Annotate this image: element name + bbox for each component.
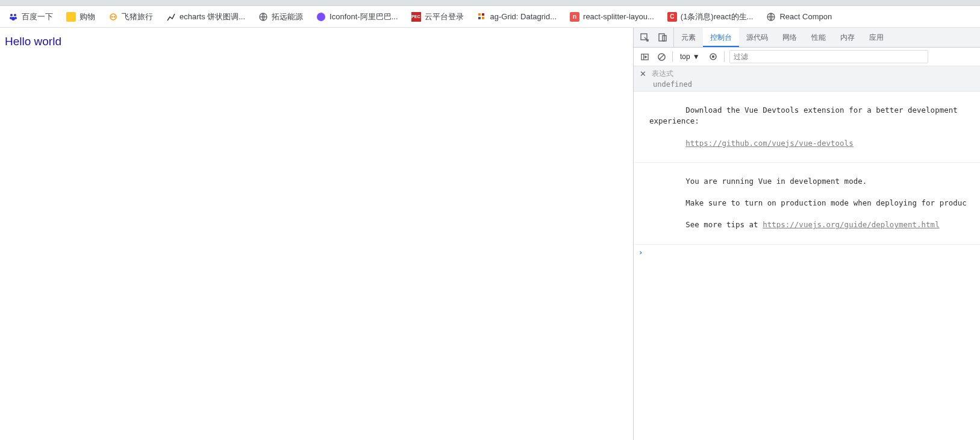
browser-chrome-top: [0, 0, 980, 6]
message-text: Download the Vue Devtools extension for …: [649, 105, 962, 125]
bookmark-aggrid[interactable]: ag-Grid: Datagrid...: [475, 10, 560, 24]
separator: [724, 51, 725, 62]
console-prompt[interactable]: ›: [634, 245, 980, 260]
devtools-panel: 元素 控制台 源代码 网络 性能 内存 应用 top ▼: [633, 28, 980, 440]
clear-console-icon[interactable]: [655, 51, 667, 63]
bookmark-echarts[interactable]: echarts 饼状图调...: [164, 9, 248, 25]
svg-point-6: [111, 16, 112, 17]
pig-icon: [108, 12, 118, 22]
bookmark-react-splitter[interactable]: n react-splitter-layou...: [567, 10, 657, 24]
tab-application[interactable]: 应用: [862, 28, 891, 47]
svg-rect-12: [478, 17, 481, 19]
tab-sources[interactable]: 源代码: [739, 28, 775, 47]
pec-icon: PEC: [411, 12, 421, 22]
bookmark-label: Iconfont-阿里巴巴...: [329, 11, 398, 22]
bookmark-label: 拓远能源: [272, 11, 303, 22]
bookmark-label: echarts 饼状图调...: [179, 11, 245, 22]
message-text: You are running Vue in development mode.: [685, 177, 867, 186]
grid-icon: [477, 12, 487, 22]
svg-point-7: [114, 16, 114, 17]
bookmark-label: 购物: [80, 11, 95, 22]
console-link[interactable]: https://github.com/vuejs/vue-devtools: [685, 139, 853, 148]
svg-rect-16: [659, 34, 664, 41]
svg-rect-13: [482, 17, 484, 19]
svg-point-5: [110, 14, 116, 20]
bookmark-fliggy[interactable]: 飞猪旅行: [106, 9, 155, 25]
separator: [672, 51, 673, 62]
console-toolbar: top ▼: [634, 48, 980, 66]
page-viewport: Hello world: [0, 28, 633, 440]
bookmark-react-components[interactable]: React Compon: [764, 10, 834, 24]
csdn-icon: C: [667, 12, 677, 22]
svg-rect-11: [482, 13, 484, 16]
chevron-right-icon: ›: [638, 247, 643, 258]
tab-console[interactable]: 控制台: [703, 28, 739, 47]
console-link[interactable]: https://vuejs.org/guide/deployment.html: [763, 220, 940, 229]
bookmark-label: ag-Grid: Datagrid...: [490, 12, 557, 21]
console-message: You are running Vue in development mode.…: [634, 163, 980, 245]
bookmark-iconfont[interactable]: Iconfont-阿里巴巴...: [314, 9, 400, 25]
splitter-icon: n: [570, 12, 579, 22]
expression-value: undefined: [638, 80, 975, 89]
live-expression-icon[interactable]: [707, 51, 719, 63]
expression-label[interactable]: 表达式: [652, 69, 673, 79]
globe-icon: [766, 12, 776, 22]
message-text: Make sure to turn on production mode whe…: [685, 198, 967, 207]
paw-icon: [8, 12, 18, 22]
console-filter-input[interactable]: [729, 50, 928, 63]
chevron-down-icon: ▼: [693, 52, 700, 61]
bookmark-label: (1条消息)react的生...: [681, 11, 754, 22]
svg-point-9: [317, 13, 325, 21]
tab-performance[interactable]: 性能: [804, 28, 833, 47]
hello-world-text: Hello world: [5, 35, 628, 48]
context-label: top: [680, 52, 690, 61]
bookmark-label: React Compon: [779, 12, 832, 21]
inspect-icon[interactable]: [638, 31, 651, 43]
tab-elements[interactable]: 元素: [674, 28, 703, 47]
folder-icon: [66, 12, 76, 22]
tab-network[interactable]: 网络: [775, 28, 804, 47]
chart-icon: [166, 12, 176, 22]
bookmarks-bar: 百度一下 购物 飞猪旅行 echarts 饼状图调... 拓远能源 Iconfo…: [0, 6, 980, 28]
bookmark-label: 飞猪旅行: [122, 11, 153, 22]
bookmark-baidu[interactable]: 百度一下: [6, 9, 55, 25]
svg-point-1: [14, 14, 16, 16]
bookmark-label: 百度一下: [22, 11, 53, 22]
svg-point-4: [11, 17, 15, 20]
bookmark-tuoyuan[interactable]: 拓远能源: [256, 9, 305, 25]
bookmark-csdn-react[interactable]: C (1条消息)react的生...: [665, 9, 756, 25]
device-toggle-icon[interactable]: [657, 31, 669, 43]
bookmark-label: react-splitter-layou...: [583, 12, 654, 21]
bookmark-shopping-folder[interactable]: 购物: [64, 9, 98, 25]
globe-icon: [258, 12, 268, 22]
svg-point-21: [711, 55, 714, 58]
live-expression-row: ✕ 表达式 undefined: [634, 66, 980, 92]
svg-rect-10: [478, 13, 481, 16]
message-text: See more tips at: [685, 220, 763, 229]
context-select[interactable]: top ▼: [678, 51, 702, 62]
console-message: Download the Vue Devtools extension for …: [634, 92, 980, 163]
bookmark-label: 云平台登录: [425, 11, 464, 22]
console-sidebar-toggle-icon[interactable]: [638, 51, 651, 63]
svg-point-0: [10, 14, 13, 16]
devtools-tabbar: 元素 控制台 源代码 网络 性能 内存 应用: [634, 28, 980, 48]
console-messages: Download the Vue Devtools extension for …: [634, 92, 980, 440]
iconfont-icon: [316, 12, 326, 22]
close-icon[interactable]: ✕: [638, 69, 647, 78]
tab-memory[interactable]: 内存: [833, 28, 862, 47]
bookmark-cloud-login[interactable]: PEC 云平台登录: [409, 9, 466, 25]
